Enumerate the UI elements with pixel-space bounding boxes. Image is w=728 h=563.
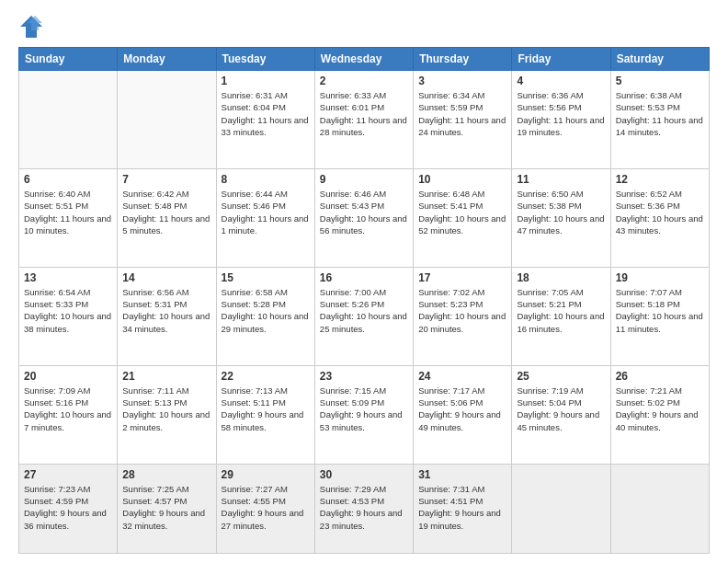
day-info: Sunrise: 7:13 AM Sunset: 5:11 PM Dayligh… bbox=[222, 385, 310, 433]
day-number: 17 bbox=[418, 271, 506, 284]
calendar-cell bbox=[512, 464, 610, 553]
day-number: 27 bbox=[24, 468, 112, 481]
day-info: Sunrise: 6:31 AM Sunset: 6:04 PM Dayligh… bbox=[222, 89, 310, 138]
day-info: Sunrise: 7:00 AM Sunset: 5:26 PM Dayligh… bbox=[320, 286, 408, 335]
calendar-cell: 23Sunrise: 7:15 AM Sunset: 5:09 PM Dayli… bbox=[314, 365, 413, 464]
day-info: Sunrise: 7:15 AM Sunset: 5:09 PM Dayligh… bbox=[320, 385, 408, 433]
header bbox=[18, 14, 710, 40]
day-info: Sunrise: 7:21 AM Sunset: 5:02 PM Dayligh… bbox=[616, 385, 704, 433]
day-info: Sunrise: 7:09 AM Sunset: 5:16 PM Dayligh… bbox=[24, 385, 112, 433]
day-number: 11 bbox=[517, 173, 605, 186]
calendar-cell: 29Sunrise: 7:27 AM Sunset: 4:55 PM Dayli… bbox=[216, 464, 314, 553]
day-number: 6 bbox=[24, 173, 112, 186]
day-number: 14 bbox=[122, 271, 210, 284]
day-number: 10 bbox=[418, 173, 506, 186]
day-number: 16 bbox=[320, 271, 408, 284]
day-info: Sunrise: 6:42 AM Sunset: 5:48 PM Dayligh… bbox=[122, 188, 210, 236]
calendar-week-row: 13Sunrise: 6:54 AM Sunset: 5:33 PM Dayli… bbox=[19, 267, 710, 365]
calendar-cell: 17Sunrise: 7:02 AM Sunset: 5:23 PM Dayli… bbox=[414, 267, 512, 365]
calendar-cell: 18Sunrise: 7:05 AM Sunset: 5:21 PM Dayli… bbox=[512, 267, 610, 365]
calendar-cell: 21Sunrise: 7:11 AM Sunset: 5:13 PM Dayli… bbox=[118, 365, 216, 464]
day-number: 4 bbox=[517, 75, 605, 87]
day-info: Sunrise: 6:50 AM Sunset: 5:38 PM Dayligh… bbox=[517, 188, 605, 236]
calendar-cell: 4Sunrise: 6:36 AM Sunset: 5:56 PM Daylig… bbox=[512, 71, 610, 169]
day-info: Sunrise: 6:36 AM Sunset: 5:56 PM Dayligh… bbox=[517, 89, 605, 138]
day-number: 9 bbox=[320, 173, 408, 186]
day-number: 28 bbox=[122, 468, 210, 481]
calendar-week-row: 6Sunrise: 6:40 AM Sunset: 5:51 PM Daylig… bbox=[19, 168, 710, 267]
day-number: 2 bbox=[320, 75, 408, 87]
day-number: 31 bbox=[418, 468, 506, 481]
calendar-cell bbox=[19, 71, 118, 169]
calendar-cell: 24Sunrise: 7:17 AM Sunset: 5:06 PM Dayli… bbox=[414, 365, 512, 464]
calendar-cell: 1Sunrise: 6:31 AM Sunset: 6:04 PM Daylig… bbox=[216, 71, 314, 169]
day-info: Sunrise: 6:40 AM Sunset: 5:51 PM Dayligh… bbox=[24, 188, 112, 236]
day-number: 18 bbox=[517, 271, 605, 284]
day-number: 1 bbox=[222, 75, 310, 87]
day-info: Sunrise: 6:56 AM Sunset: 5:31 PM Dayligh… bbox=[122, 286, 210, 335]
calendar-cell: 25Sunrise: 7:19 AM Sunset: 5:04 PM Dayli… bbox=[512, 365, 610, 464]
calendar-cell bbox=[610, 464, 709, 553]
day-number: 21 bbox=[122, 370, 210, 383]
calendar-cell: 6Sunrise: 6:40 AM Sunset: 5:51 PM Daylig… bbox=[19, 168, 118, 267]
day-info: Sunrise: 6:52 AM Sunset: 5:36 PM Dayligh… bbox=[616, 188, 704, 236]
calendar-cell: 27Sunrise: 7:23 AM Sunset: 4:59 PM Dayli… bbox=[19, 464, 118, 553]
day-info: Sunrise: 7:17 AM Sunset: 5:06 PM Dayligh… bbox=[418, 385, 506, 433]
calendar-header-tuesday: Tuesday bbox=[216, 48, 314, 71]
logo bbox=[18, 14, 48, 40]
calendar-header-monday: Monday bbox=[118, 48, 216, 71]
day-number: 12 bbox=[616, 173, 704, 186]
day-info: Sunrise: 7:05 AM Sunset: 5:21 PM Dayligh… bbox=[517, 286, 605, 335]
day-info: Sunrise: 7:23 AM Sunset: 4:59 PM Dayligh… bbox=[24, 483, 112, 532]
calendar-cell: 8Sunrise: 6:44 AM Sunset: 5:46 PM Daylig… bbox=[216, 168, 314, 267]
calendar-cell: 30Sunrise: 7:29 AM Sunset: 4:53 PM Dayli… bbox=[314, 464, 413, 553]
calendar-cell: 3Sunrise: 6:34 AM Sunset: 5:59 PM Daylig… bbox=[414, 71, 512, 169]
day-number: 29 bbox=[222, 468, 310, 481]
day-number: 30 bbox=[320, 468, 408, 481]
day-number: 3 bbox=[418, 75, 506, 87]
calendar-cell: 5Sunrise: 6:38 AM Sunset: 5:53 PM Daylig… bbox=[610, 71, 709, 169]
calendar-cell: 20Sunrise: 7:09 AM Sunset: 5:16 PM Dayli… bbox=[19, 365, 118, 464]
day-info: Sunrise: 7:02 AM Sunset: 5:23 PM Dayligh… bbox=[418, 286, 506, 335]
calendar-cell: 31Sunrise: 7:31 AM Sunset: 4:51 PM Dayli… bbox=[414, 464, 512, 553]
calendar-cell: 22Sunrise: 7:13 AM Sunset: 5:11 PM Dayli… bbox=[216, 365, 314, 464]
day-info: Sunrise: 6:58 AM Sunset: 5:28 PM Dayligh… bbox=[222, 286, 310, 335]
calendar-table: SundayMondayTuesdayWednesdayThursdayFrid… bbox=[18, 47, 710, 554]
day-number: 26 bbox=[616, 370, 704, 383]
day-info: Sunrise: 6:38 AM Sunset: 5:53 PM Dayligh… bbox=[616, 89, 704, 138]
calendar-cell: 7Sunrise: 6:42 AM Sunset: 5:48 PM Daylig… bbox=[118, 168, 216, 267]
day-info: Sunrise: 7:31 AM Sunset: 4:51 PM Dayligh… bbox=[418, 483, 506, 532]
day-number: 19 bbox=[616, 271, 704, 284]
day-number: 23 bbox=[320, 370, 408, 383]
day-info: Sunrise: 7:19 AM Sunset: 5:04 PM Dayligh… bbox=[517, 385, 605, 433]
day-info: Sunrise: 6:54 AM Sunset: 5:33 PM Dayligh… bbox=[24, 286, 112, 335]
calendar-header-wednesday: Wednesday bbox=[314, 48, 413, 71]
calendar-cell: 14Sunrise: 6:56 AM Sunset: 5:31 PM Dayli… bbox=[118, 267, 216, 365]
day-number: 15 bbox=[222, 271, 310, 284]
day-info: Sunrise: 6:33 AM Sunset: 6:01 PM Dayligh… bbox=[320, 89, 408, 138]
day-number: 24 bbox=[418, 370, 506, 383]
calendar-cell: 19Sunrise: 7:07 AM Sunset: 5:18 PM Dayli… bbox=[610, 267, 709, 365]
calendar-header-thursday: Thursday bbox=[414, 48, 512, 71]
calendar-week-row: 1Sunrise: 6:31 AM Sunset: 6:04 PM Daylig… bbox=[19, 71, 710, 169]
day-number: 25 bbox=[517, 370, 605, 383]
day-number: 7 bbox=[122, 173, 210, 186]
day-info: Sunrise: 6:34 AM Sunset: 5:59 PM Dayligh… bbox=[418, 89, 506, 138]
page: SundayMondayTuesdayWednesdayThursdayFrid… bbox=[0, 0, 728, 563]
day-info: Sunrise: 6:44 AM Sunset: 5:46 PM Dayligh… bbox=[222, 188, 310, 236]
calendar-cell: 15Sunrise: 6:58 AM Sunset: 5:28 PM Dayli… bbox=[216, 267, 314, 365]
calendar-cell bbox=[118, 71, 216, 169]
day-number: 20 bbox=[24, 370, 112, 383]
calendar-header-sunday: Sunday bbox=[19, 48, 118, 71]
day-info: Sunrise: 7:25 AM Sunset: 4:57 PM Dayligh… bbox=[122, 483, 210, 532]
calendar-cell: 13Sunrise: 6:54 AM Sunset: 5:33 PM Dayli… bbox=[19, 267, 118, 365]
logo-icon bbox=[18, 14, 44, 40]
day-info: Sunrise: 7:07 AM Sunset: 5:18 PM Dayligh… bbox=[616, 286, 704, 335]
calendar-header-saturday: Saturday bbox=[610, 48, 709, 71]
calendar-cell: 9Sunrise: 6:46 AM Sunset: 5:43 PM Daylig… bbox=[314, 168, 413, 267]
day-info: Sunrise: 7:27 AM Sunset: 4:55 PM Dayligh… bbox=[222, 483, 310, 532]
calendar-week-row: 20Sunrise: 7:09 AM Sunset: 5:16 PM Dayli… bbox=[19, 365, 710, 464]
day-number: 5 bbox=[616, 75, 704, 87]
calendar-cell: 16Sunrise: 7:00 AM Sunset: 5:26 PM Dayli… bbox=[314, 267, 413, 365]
day-info: Sunrise: 7:29 AM Sunset: 4:53 PM Dayligh… bbox=[320, 483, 408, 532]
